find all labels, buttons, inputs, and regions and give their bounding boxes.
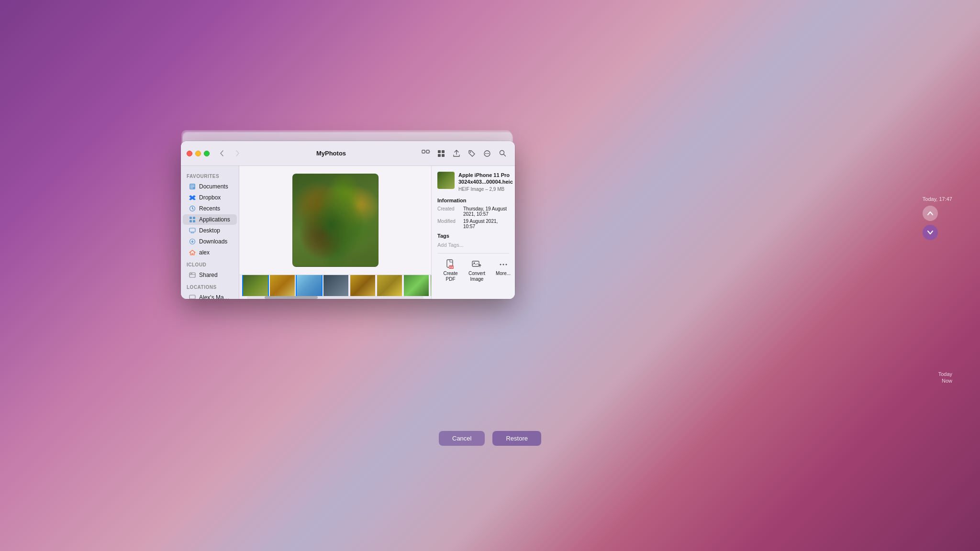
mac-icon [189, 294, 196, 299]
svg-rect-3 [442, 150, 445, 153]
svg-point-32 [502, 264, 504, 265]
tag-button[interactable] [465, 147, 479, 160]
shared-label: Shared [199, 272, 218, 278]
dialog-buttons: Cancel Restore [439, 431, 541, 446]
thumbnail-7[interactable] [404, 275, 429, 296]
svg-rect-4 [438, 154, 441, 157]
info-file-meta: Apple iPhone 11 Pro 3024x403...00004.hei… [458, 172, 513, 192]
notification-time: Today, 17:47 [923, 196, 952, 202]
svg-rect-18 [189, 228, 195, 232]
svg-rect-22 [189, 295, 195, 299]
sidebar-item-alexsmac[interactable]: Alex's Mac m... [183, 292, 237, 299]
svg-rect-15 [193, 217, 195, 219]
svg-rect-17 [193, 220, 195, 222]
modified-row: Modified 19 August 2021, 10:57 [437, 219, 509, 229]
thumbnail-6[interactable] [377, 275, 402, 296]
favourites-label: Favourites [181, 170, 239, 181]
downloads-icon [189, 238, 196, 245]
svg-point-31 [500, 264, 501, 265]
thumbnail-2[interactable] [270, 275, 295, 296]
finder-sidebar: Favourites Documents Dropbox Recents [181, 166, 239, 299]
thumbnail-3[interactable] [297, 275, 322, 296]
shared-icon [189, 271, 196, 279]
share-button[interactable] [450, 147, 463, 160]
recents-icon [189, 205, 196, 212]
view-icon-button[interactable] [419, 147, 433, 160]
svg-point-10 [488, 153, 489, 154]
search-button[interactable] [496, 147, 509, 160]
modified-value: 19 August 2021, 10:57 [463, 219, 509, 229]
svg-rect-0 [422, 150, 425, 153]
create-pdf-label: Create PDF [441, 271, 460, 282]
notification-area: Today, 17:47 [923, 196, 952, 240]
finder-main-area: Apple iPhone 11 Pro 3024x403...00004.hei… [239, 166, 515, 299]
svg-rect-1 [426, 150, 429, 153]
sidebar-item-shared[interactable]: Shared [183, 270, 237, 280]
finder-info-panel: Apple iPhone 11 Pro 3024x403...00004.hei… [431, 166, 515, 299]
alex-label: alex [199, 249, 210, 256]
info-file-header: Apple iPhone 11 Pro 3024x403...00004.hei… [437, 172, 509, 192]
sidebar-item-recents[interactable]: Recents [183, 203, 237, 214]
sidebar-item-applications[interactable]: Applications [183, 214, 237, 225]
recents-label: Recents [199, 205, 220, 212]
info-filename: Apple iPhone 11 Pro 3024x403...00004.hei… [458, 172, 513, 186]
thumbnail-4[interactable] [323, 275, 348, 296]
applications-label: Applications [199, 216, 230, 223]
scroll-up-button[interactable] [923, 206, 938, 221]
file-preview-area [239, 166, 431, 275]
tags-section: Tags Add Tags... [437, 233, 509, 249]
documents-icon [189, 183, 196, 190]
finder-content: Favourites Documents Dropbox Recents [181, 166, 515, 299]
applications-icon [189, 216, 196, 223]
restore-button[interactable]: Restore [492, 431, 541, 446]
dropbox-label: Dropbox [199, 194, 221, 201]
create-pdf-icon: PDF [445, 259, 456, 270]
scroll-down-button[interactable] [923, 225, 938, 240]
desktop-label: Desktop [199, 227, 220, 234]
svg-rect-5 [442, 154, 445, 157]
desktop-icon [189, 227, 196, 234]
information-label: Information [437, 198, 509, 203]
svg-text:PDF: PDF [449, 266, 453, 269]
minimize-button[interactable] [195, 151, 201, 156]
tags-label: Tags [437, 233, 509, 239]
forward-button[interactable] [232, 148, 243, 159]
maximize-button[interactable] [204, 151, 210, 156]
alexsmac-label: Alex's Mac m... [199, 294, 231, 299]
grid-view-button[interactable] [434, 147, 448, 160]
svg-rect-16 [189, 220, 192, 222]
close-button[interactable] [187, 151, 192, 156]
documents-label: Documents [199, 183, 228, 190]
more-label: More... [496, 271, 511, 276]
svg-rect-20 [189, 273, 195, 277]
more-options-button[interactable] [480, 147, 494, 160]
sidebar-item-documents[interactable]: Documents [183, 181, 237, 192]
locations-label: Locations [181, 281, 239, 292]
downloads-label: Downloads [199, 238, 227, 245]
sidebar-item-alex[interactable]: alex [183, 247, 237, 258]
alex-home-icon [189, 249, 196, 256]
add-tags-field[interactable]: Add Tags... [437, 241, 509, 249]
sidebar-item-desktop[interactable]: Desktop [183, 225, 237, 236]
convert-image-icon [472, 259, 482, 270]
more-actions-button[interactable]: More... [490, 257, 515, 284]
back-button[interactable] [216, 148, 228, 159]
sidebar-item-dropbox[interactable]: Dropbox [183, 192, 237, 203]
create-pdf-button[interactable]: PDF Create PDF [437, 257, 464, 284]
finder-title: MyPhotos [247, 150, 415, 157]
thumbnail-1[interactable] [243, 275, 268, 296]
finder-files-panel [239, 166, 431, 299]
svg-point-11 [500, 151, 504, 155]
info-bottom-actions: PDF Create PDF [437, 253, 509, 284]
sidebar-item-downloads[interactable]: Downloads [183, 236, 237, 247]
svg-point-8 [485, 153, 486, 154]
icloud-label: iCloud [181, 258, 239, 269]
modified-label: Modified [437, 219, 461, 229]
toolbar-actions [419, 147, 509, 160]
cancel-button[interactable]: Cancel [439, 431, 485, 446]
info-filetype: HEIF Image – 2,9 MB [458, 187, 513, 192]
thumbnail-5[interactable] [350, 275, 375, 296]
created-label: Created [437, 206, 461, 217]
dropbox-icon [189, 194, 196, 201]
convert-image-button[interactable]: Convert Image [464, 257, 490, 284]
